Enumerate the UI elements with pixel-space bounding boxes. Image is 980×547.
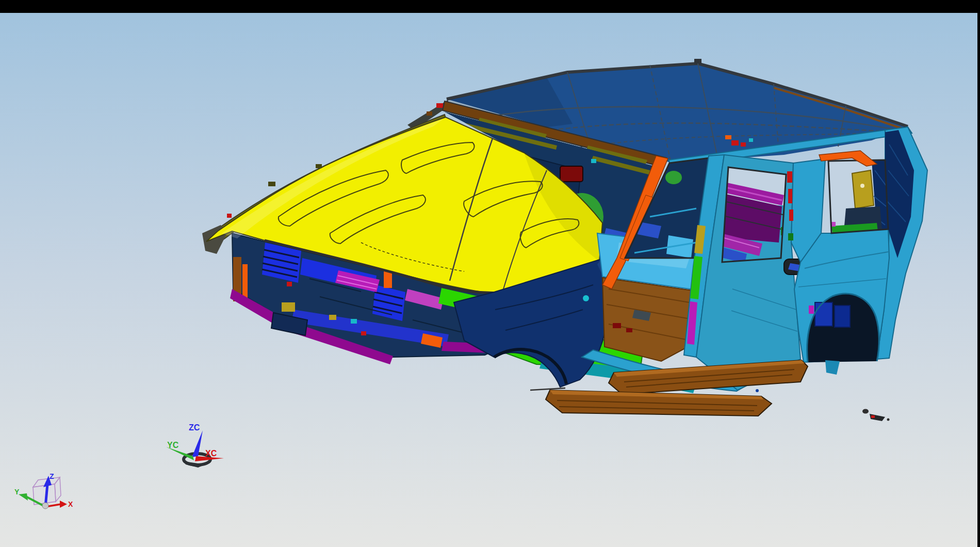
- wheel-arch: [807, 294, 879, 362]
- wcs-x-label: XC: [205, 449, 217, 458]
- wcs-y-label: YC: [167, 441, 179, 449]
- overhead-console: [560, 166, 583, 182]
- abs-y-label: Y: [14, 488, 20, 496]
- abs-z-label: Z: [50, 472, 54, 480]
- absolute-triad: Z Y X: [14, 472, 73, 509]
- cad-scene: ZC YC XC Z Y X: [0, 0, 980, 547]
- quarter-window[interactable]: [819, 151, 888, 233]
- abs-x-label: X: [68, 500, 73, 508]
- stray-parts[interactable]: [862, 409, 890, 422]
- wcs-z-label: ZC: [189, 423, 200, 432]
- wcs-triad[interactable]: ZC YC XC: [166, 423, 224, 468]
- application-window: ZC YC XC Z Y X: [0, 0, 980, 547]
